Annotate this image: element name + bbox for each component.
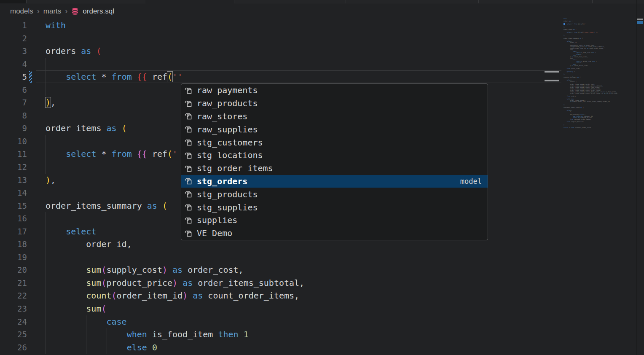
- suggestion-item[interactable]: stg_locations: [181, 149, 488, 162]
- suggestion-label: stg_products: [197, 189, 258, 199]
- code-line[interactable]: 22 count(order_item_id) as count_order_i…: [0, 289, 561, 302]
- indent-guide: [66, 328, 66, 341]
- chevron-right-icon: ›: [37, 7, 40, 16]
- line-number: 12: [0, 161, 27, 174]
- code-line[interactable]: 19: [0, 251, 561, 264]
- editor-edge-decoration: [545, 71, 559, 73]
- line-number: 18: [0, 238, 27, 251]
- minimap-git-modified-mark: [564, 23, 565, 25]
- suggestion-item[interactable]: stg_order_items: [181, 162, 488, 175]
- indent-guide: [107, 341, 107, 354]
- code-text: order_id,: [46, 238, 132, 251]
- line-number: 22: [0, 289, 27, 302]
- suggestion-item[interactable]: raw_payments: [181, 84, 488, 97]
- minimap-content: with orders as ( select * from {{ ref(('…: [564, 18, 635, 129]
- line-number: 23: [0, 302, 27, 315]
- suggestion-item[interactable]: stg_products: [181, 188, 488, 201]
- suggestion-label: stg_locations: [197, 150, 263, 160]
- line-number: 21: [0, 277, 27, 290]
- indent-guide: [46, 251, 46, 264]
- suggestion-item[interactable]: stg_supplies: [181, 201, 488, 214]
- autocomplete-popup: raw_paymentsraw_productsraw_storesraw_su…: [181, 83, 488, 240]
- breadcrumb-file[interactable]: orders.sql: [83, 7, 114, 16]
- line-number: 5: [0, 70, 27, 83]
- code-line[interactable]: 20 sum(supply_cost) as order_cost,: [0, 264, 561, 277]
- indent-guide: [46, 277, 46, 290]
- line-number: 16: [0, 212, 27, 225]
- line-number: 17: [0, 225, 27, 238]
- indent-guide: [46, 264, 46, 277]
- line-number: 14: [0, 186, 27, 199]
- line-number: 9: [0, 122, 27, 135]
- line-number: 10: [0, 135, 27, 148]
- suggestion-item[interactable]: raw_products: [181, 97, 488, 110]
- code-text: else 0: [46, 341, 157, 354]
- line-number: 8: [0, 109, 27, 122]
- code-line[interactable]: 2: [0, 32, 561, 45]
- code-line[interactable]: 21 sum(product_price) as order_items_sub…: [0, 277, 561, 290]
- minimap[interactable]: with orders as ( select * from {{ ref(('…: [564, 18, 635, 140]
- indent-guide: [46, 212, 46, 225]
- database-icon: [71, 8, 79, 15]
- suggestion-label: VE_Demo: [197, 228, 232, 238]
- file-reference-icon: [184, 164, 193, 173]
- tab-segment[interactable]: [0, 0, 26, 3]
- code-line[interactable]: 26 else 0: [0, 341, 561, 354]
- line-number: 11: [0, 148, 27, 161]
- indent-guide: [66, 264, 66, 277]
- editor-edge-decoration: [545, 80, 559, 81]
- file-reference-icon: [184, 229, 193, 238]
- suggestion-label: stg_customers: [197, 137, 263, 148]
- suggestion-item[interactable]: stg_customers: [181, 136, 488, 149]
- suggestion-item[interactable]: VE_Demo: [181, 227, 488, 240]
- code-line[interactable]: 3orders as (: [0, 45, 561, 58]
- code-line[interactable]: 5 select * from {{ ref('': [0, 70, 561, 83]
- indent-guide: [46, 328, 46, 341]
- breadcrumb-item-models[interactable]: models: [10, 7, 33, 16]
- file-reference-icon: [184, 99, 193, 108]
- code-text: ),: [46, 174, 56, 187]
- code-line[interactable]: 4: [0, 58, 561, 71]
- minimap-divider: [636, 0, 637, 355]
- file-reference-icon: [184, 177, 193, 186]
- tab-bar[interactable]: [0, 0, 644, 3]
- code-line[interactable]: 25 when is_food_item then 1: [0, 328, 561, 341]
- indent-guide: [46, 341, 46, 354]
- breadcrumb-item-marts[interactable]: marts: [43, 7, 62, 16]
- indent-guide: [46, 238, 46, 251]
- suggestion-label: stg_orders: [197, 176, 247, 186]
- file-reference-icon: [184, 138, 193, 147]
- tab-separator: [346, 0, 346, 3]
- overview-ruler-mark: [637, 19, 643, 20]
- line-number: 3: [0, 45, 27, 58]
- suggestion-item[interactable]: stg_ordersmodel: [181, 175, 488, 188]
- file-reference-icon: [184, 112, 193, 121]
- file-reference-icon: [184, 86, 193, 95]
- suggestion-item[interactable]: raw_stores: [181, 110, 488, 123]
- tab-separator: [234, 0, 234, 3]
- code-line[interactable]: 23 sum(: [0, 302, 561, 315]
- suggestion-item[interactable]: supplies: [181, 214, 488, 227]
- tab-separator: [592, 0, 593, 3]
- code-line[interactable]: 24 case: [0, 315, 561, 328]
- code-line[interactable]: 1with: [0, 19, 561, 32]
- suggestion-label: raw_products: [197, 98, 258, 108]
- file-reference-icon: [184, 216, 193, 225]
- indent-guide: [107, 328, 107, 341]
- indent-guide: [46, 58, 46, 71]
- code-text: order_items_summary as (: [46, 199, 167, 212]
- indent-guide: [46, 315, 46, 328]
- indent-guide: [66, 238, 66, 251]
- indent-guide: [46, 135, 46, 148]
- indent-guide: [46, 70, 46, 83]
- suggestion-item[interactable]: raw_supplies: [181, 123, 488, 136]
- code-text: select * from {{ ref('': [46, 70, 182, 83]
- indent-guide: [46, 302, 46, 315]
- line-number: 20: [0, 264, 27, 277]
- indent-guide: [66, 289, 66, 302]
- suggestion-label: stg_order_items: [197, 163, 273, 173]
- file-reference-icon: [184, 125, 193, 134]
- active-tab-segment[interactable]: [145, 0, 234, 4]
- indent-guide: [66, 341, 66, 354]
- suggestion-label: supplies: [197, 215, 237, 225]
